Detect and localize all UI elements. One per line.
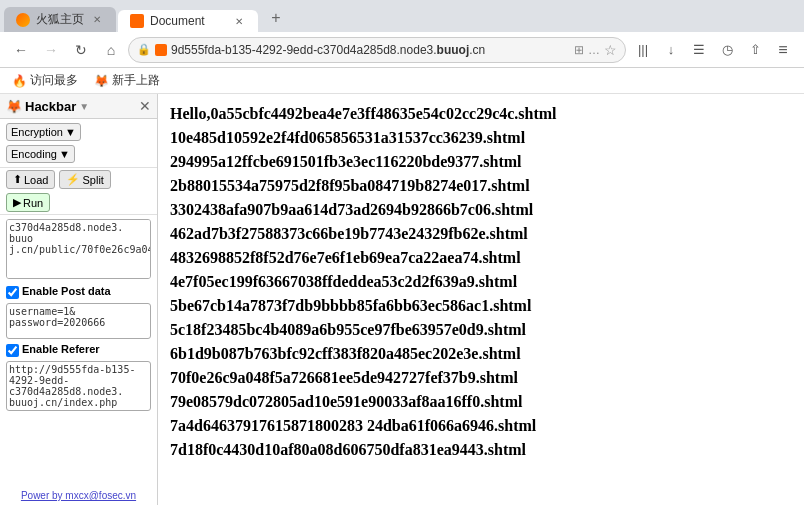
web-content: Hello,0a55cbfc4492bea4e7e3ff48635e54c02c… xyxy=(158,94,804,505)
post-data-textarea[interactable]: username=1& password=2020666 xyxy=(6,303,151,339)
history-button[interactable]: ◷ xyxy=(714,37,740,63)
content-line-3: 2b88015534a75975d2f8f95ba084719b8274e017… xyxy=(170,177,530,194)
split-button[interactable]: ⚡ Split xyxy=(59,170,110,189)
content-line-1: 10e485d10592e2f4fd065856531a31537cc36239… xyxy=(170,129,525,146)
address-star-icon[interactable]: ☆ xyxy=(604,42,617,58)
content-line-6: 4832698852f8f52d76e7e6f1eb69ea7ca22aea74… xyxy=(170,249,521,266)
address-favicon xyxy=(155,44,167,56)
bookmark-getting-started-label: 新手上路 xyxy=(112,72,160,89)
content-line-2: 294995a12ffcbe691501fb3e3ec116220bde9377… xyxy=(170,153,522,170)
downloads-button[interactable]: ↓ xyxy=(658,37,684,63)
hackbar-action-buttons: ⬆ Load ⚡ Split ▶ Run xyxy=(0,168,157,215)
split-icon: ⚡ xyxy=(66,173,80,186)
hackbar-header: 🦊 Hackbar ▼ ✕ xyxy=(0,94,157,119)
run-button[interactable]: ▶ Run xyxy=(6,193,50,212)
address-url: 9d555fda-b135-4292-9edd-c370d4a285d8.nod… xyxy=(171,43,570,57)
address-grid-icon: ⊞ xyxy=(574,43,584,57)
content-line-0: Hello,0a55cbfc4492bea4e7e3ff48635e54c02c… xyxy=(170,105,557,122)
home-button[interactable]: ⌂ xyxy=(98,37,124,63)
enable-post-label: Enable Post data xyxy=(22,285,111,297)
tab-bar: 火狐主页 ✕ Document ✕ + xyxy=(0,0,804,32)
screenshot-button[interactable]: ⇧ xyxy=(742,37,768,63)
url-before-bold: 9d555fda-b135-4292-9edd-c370d4a285d8.nod… xyxy=(171,43,437,57)
hackbar-dropdown-arrow: ▼ xyxy=(79,101,89,112)
forward-button[interactable]: → xyxy=(38,37,64,63)
menu-button[interactable]: ≡ xyxy=(770,37,796,63)
bookmark-fire-icon: 🔥 xyxy=(12,74,27,88)
enable-referer-row: Enable Referer xyxy=(0,341,157,359)
content-line-10: 6b1d9b087b763bfc92cff383f820a485ec202e3e… xyxy=(170,345,521,362)
tab-inactive[interactable]: 火狐主页 ✕ xyxy=(4,7,116,32)
nav-right-buttons: ||| ↓ ☰ ◷ ⇧ ≡ xyxy=(630,37,796,63)
tab-active-favicon xyxy=(130,14,144,28)
enable-referer-checkbox[interactable] xyxy=(6,344,19,357)
bookmark-getting-started[interactable]: 🦊 新手上路 xyxy=(90,70,164,91)
bookmark-most-visited[interactable]: 🔥 访问最多 xyxy=(8,70,82,91)
tab-active-close[interactable]: ✕ xyxy=(232,14,246,28)
run-label: Run xyxy=(23,197,43,209)
back-button[interactable]: ← xyxy=(8,37,34,63)
tab-active-label: Document xyxy=(150,14,205,28)
hackbar-title: 🦊 Hackbar ▼ xyxy=(6,99,89,114)
content-line-12: 79e08579dc072805ad10e591e90033af8aa16ff0… xyxy=(170,393,522,410)
bookmark-fox-icon: 🦊 xyxy=(94,74,109,88)
encryption-dropdown[interactable]: Encryption ▼ xyxy=(6,123,81,141)
content-line-5: 462ad7b3f27588373c66be19b7743e24329fb62e… xyxy=(170,225,528,242)
address-bar[interactable]: 🔒 9d555fda-b135-4292-9edd-c370d4a285d8.n… xyxy=(128,37,626,63)
tab-inactive-close[interactable]: ✕ xyxy=(90,13,104,27)
referer-textarea[interactable]: http://9d555fda-b135-4292-9edd-c370d4a28… xyxy=(6,361,151,411)
address-dots-icon: … xyxy=(588,43,600,57)
content-line-14: 7d18f0c4430d10af80a08d606750dfa831ea9443… xyxy=(170,441,526,458)
encryption-label: Encryption xyxy=(11,126,63,138)
new-tab-button[interactable]: + xyxy=(262,4,290,32)
run-icon: ▶ xyxy=(13,196,21,209)
browser-frame: 火狐主页 ✕ Document ✕ + ← → ↻ ⌂ 🔒 9d555fda-b… xyxy=(0,0,804,505)
content-line-8: 5be67cb14a7873f7db9bbbb85fa6bb63ec586ac1… xyxy=(170,297,531,314)
hackbar-close-button[interactable]: ✕ xyxy=(139,98,151,114)
load-icon: ⬆ xyxy=(13,173,22,186)
hackbar-firefox-icon: 🦊 xyxy=(6,99,22,114)
hackbar-panel: 🦊 Hackbar ▼ ✕ Encryption ▼ Encoding ▼ xyxy=(0,94,158,505)
reload-button[interactable]: ↻ xyxy=(68,37,94,63)
tab-inactive-label: 火狐主页 xyxy=(36,11,84,28)
sync-button[interactable]: ☰ xyxy=(686,37,712,63)
encoding-dropdown[interactable]: Encoding ▼ xyxy=(6,145,75,163)
url-bold: buuoj xyxy=(437,43,470,57)
lock-icon: 🔒 xyxy=(137,43,151,56)
encryption-arrow: ▼ xyxy=(65,126,76,138)
hackbar-title-text: Hackbar xyxy=(25,99,76,114)
extensions-button[interactable]: ||| xyxy=(630,37,656,63)
tab-inactive-favicon xyxy=(16,13,30,27)
bookmark-most-visited-label: 访问最多 xyxy=(30,72,78,89)
content-line-11: 70f0e26c9a048f5a726681ee5de942727fef37b9… xyxy=(170,369,518,386)
content-line-9: 5c18f23485bc4b4089a6b955ce97fbe63957e0d9… xyxy=(170,321,526,338)
content-line-13: 7a4d64637917615871800283 24dba61f066a694… xyxy=(170,417,536,434)
powered-by-link[interactable]: Power by mxcx@fosec.vn xyxy=(0,486,157,505)
content-line-7: 4e7f05ec199f63667038ffdeddea53c2d2f639a9… xyxy=(170,273,517,290)
main-area: 🦊 Hackbar ▼ ✕ Encryption ▼ Encoding ▼ xyxy=(0,94,804,505)
bookmarks-bar: 🔥 访问最多 🦊 新手上路 xyxy=(0,68,804,94)
load-label: Load xyxy=(24,174,48,186)
encoding-label: Encoding xyxy=(11,148,57,160)
url-after-bold: .cn xyxy=(469,43,485,57)
url-textarea[interactable]: c370d4a285d8.node3. buuo j.cn/public/70f… xyxy=(6,219,151,279)
split-label: Split xyxy=(82,174,103,186)
content-line-4: 3302438afa907b9aa614d73ad2694b92866b7c06… xyxy=(170,201,533,218)
load-button[interactable]: ⬆ Load xyxy=(6,170,55,189)
hackbar-controls: Encryption ▼ Encoding ▼ xyxy=(0,119,157,168)
encoding-arrow: ▼ xyxy=(59,148,70,160)
nav-bar: ← → ↻ ⌂ 🔒 9d555fda-b135-4292-9edd-c370d4… xyxy=(0,32,804,68)
tab-active[interactable]: Document ✕ xyxy=(118,10,258,32)
enable-referer-label: Enable Referer xyxy=(22,343,100,355)
content-lines: Hello,0a55cbfc4492bea4e7e3ff48635e54c02c… xyxy=(170,102,792,462)
enable-post-checkbox[interactable] xyxy=(6,286,19,299)
enable-post-row: Enable Post data xyxy=(0,283,157,301)
